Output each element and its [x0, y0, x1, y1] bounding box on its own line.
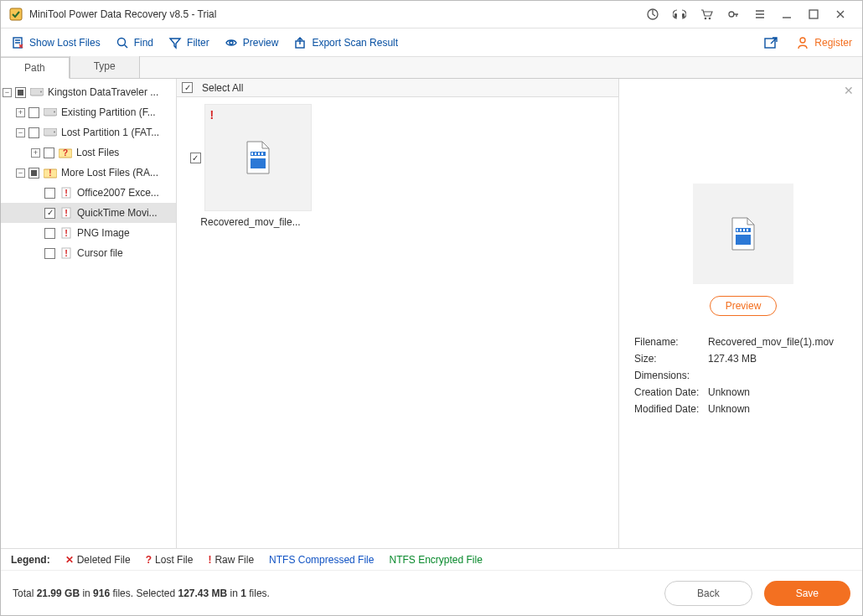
- tab-type[interactable]: Type: [70, 56, 140, 78]
- meta-value: [708, 370, 852, 381]
- tree-row-root[interactable]: − Kingston DataTraveler ...: [1, 82, 176, 102]
- svg-rect-12: [765, 39, 775, 48]
- file-pane: Select All !: [177, 79, 619, 548]
- export-scan-button[interactable]: Export Scan Result: [293, 36, 398, 49]
- tree-checkbox[interactable]: [44, 188, 55, 199]
- file-item[interactable]: ! Recovered_mov_file...: [183, 104, 318, 228]
- collapse-icon[interactable]: −: [3, 88, 12, 97]
- svg-point-10: [230, 41, 233, 44]
- select-all-checkbox[interactable]: [182, 82, 193, 93]
- preview-thumbnail: [693, 184, 793, 284]
- tree-checkbox[interactable]: [28, 127, 39, 138]
- share-button[interactable]: [761, 35, 781, 50]
- tree-row-png[interactable]: ! PNG Image: [1, 223, 176, 243]
- tree-checkbox[interactable]: [44, 228, 55, 239]
- tree-row-lost-files[interactable]: + ? Lost Files: [1, 142, 176, 163]
- titlebar-menu-icon[interactable]: [747, 1, 773, 28]
- tab-type-label: Type: [94, 60, 116, 72]
- file-checkbox[interactable]: [190, 153, 201, 163]
- tree-label: Office2007 Exce...: [77, 187, 159, 199]
- save-label: Save: [796, 588, 819, 599]
- meta-dimensions: Dimensions:: [634, 370, 852, 381]
- video-file-icon: [729, 216, 757, 251]
- meta-label: Dimensions:: [634, 370, 708, 381]
- tree-row-more-lost-files[interactable]: − ! More Lost Files (RA...: [1, 163, 176, 183]
- tree-checkbox[interactable]: [44, 248, 55, 259]
- content-split: − Kingston DataTraveler ... + Existing P…: [1, 79, 862, 548]
- question-icon: ?: [146, 554, 152, 566]
- tree-row-office[interactable]: ! Office2007 Exce...: [1, 183, 176, 203]
- tree-checkbox[interactable]: [28, 168, 39, 179]
- meta-filename: Filename: Recovered_mov_file(1).mov: [634, 336, 852, 348]
- svg-point-19: [54, 132, 55, 133]
- tree-pane[interactable]: − Kingston DataTraveler ... + Existing P…: [1, 79, 177, 548]
- main-area: Path Type − Kingston DataTraveler ... +: [1, 57, 862, 548]
- svg-point-5: [709, 18, 711, 20]
- expand-icon[interactable]: +: [16, 108, 25, 117]
- svg-text:!: !: [65, 208, 68, 218]
- select-all-label: Select All: [202, 82, 243, 94]
- svg-point-4: [705, 18, 707, 20]
- tree-checkbox[interactable]: [28, 107, 39, 118]
- close-button[interactable]: [827, 1, 854, 28]
- status-text: Total 21.99 GB in 916 files. Selected 12…: [13, 588, 270, 599]
- back-button[interactable]: Back: [664, 581, 752, 606]
- register-button[interactable]: Register: [796, 36, 852, 49]
- raw-file-icon: !: [59, 206, 73, 220]
- find-button[interactable]: Find: [116, 36, 153, 49]
- preview-file-button[interactable]: Preview: [710, 296, 778, 316]
- show-lost-files-button[interactable]: Show Lost Files: [11, 36, 101, 49]
- svg-text:?: ?: [63, 148, 68, 158]
- filter-button[interactable]: Filter: [168, 36, 209, 49]
- lost-folder-icon: ?: [59, 146, 72, 159]
- svg-text:!: !: [49, 168, 51, 178]
- maximize-button[interactable]: [800, 1, 827, 28]
- raw-file-icon: !: [59, 246, 73, 260]
- meta-value: 127.43 MB: [708, 353, 852, 365]
- tree-label: PNG Image: [77, 227, 130, 239]
- raw-folder-icon: !: [44, 166, 57, 179]
- collapse-icon[interactable]: −: [16, 128, 25, 137]
- svg-rect-39: [736, 235, 751, 245]
- expand-icon[interactable]: +: [31, 148, 40, 158]
- svg-rect-43: [747, 229, 748, 231]
- show-lost-files-label: Show Lost Files: [29, 37, 101, 49]
- tree-checkbox[interactable]: [15, 87, 26, 98]
- titlebar-support-icon[interactable]: [666, 1, 693, 28]
- raw-file-icon: !: [59, 226, 73, 240]
- tab-path[interactable]: Path: [1, 57, 70, 79]
- tree-row-lost-partition[interactable]: − Lost Partition 1 (FAT...: [1, 122, 176, 142]
- save-button[interactable]: Save: [764, 581, 850, 606]
- svg-point-13: [800, 38, 805, 43]
- close-details-button[interactable]: ✕: [844, 84, 854, 97]
- minimize-button[interactable]: [773, 1, 800, 28]
- video-file-icon: [244, 140, 272, 175]
- drive-icon: [44, 106, 57, 119]
- titlebar-cart-icon[interactable]: [693, 1, 720, 28]
- legend-ntfs-encrypted: NTFS Encrypted File: [389, 554, 482, 566]
- tree-row-existing-partition[interactable]: + Existing Partition (F...: [1, 102, 176, 122]
- export-label: Export Scan Result: [312, 37, 398, 49]
- legend-deleted: ✕Deleted File: [65, 554, 131, 566]
- meta-created: Creation Date: Unknown: [634, 386, 852, 398]
- meta-value: Unknown: [708, 403, 852, 415]
- tree-row-quicktime[interactable]: ! QuickTime Movi...: [1, 203, 176, 223]
- file-metadata: Filename: Recovered_mov_file(1).mov Size…: [634, 336, 852, 420]
- titlebar-key-icon[interactable]: [720, 1, 747, 28]
- tree-checkbox[interactable]: [44, 208, 55, 219]
- titlebar-feedback-icon[interactable]: [639, 1, 666, 28]
- filter-label: Filter: [187, 37, 209, 49]
- preview-button[interactable]: Preview: [225, 36, 279, 49]
- meta-label: Size:: [634, 353, 708, 365]
- details-pane: ✕ Preview Filename: Recovered_mov_file(1…: [619, 79, 862, 548]
- svg-rect-36: [258, 153, 260, 155]
- collapse-icon[interactable]: −: [16, 168, 25, 178]
- t: 127.43 MB: [178, 588, 227, 599]
- file-thumbnail[interactable]: !: [204, 104, 312, 211]
- tree-checkbox[interactable]: [44, 148, 54, 158]
- tree-label: QuickTime Movi...: [77, 207, 158, 219]
- tree-row-cursor[interactable]: ! Cursor file: [1, 243, 176, 263]
- app-window: MiniTool Power Data Recovery v8.5 - Tria…: [0, 0, 863, 616]
- file-grid[interactable]: ! Recovered_mov_file...: [177, 97, 618, 548]
- back-label: Back: [697, 588, 720, 599]
